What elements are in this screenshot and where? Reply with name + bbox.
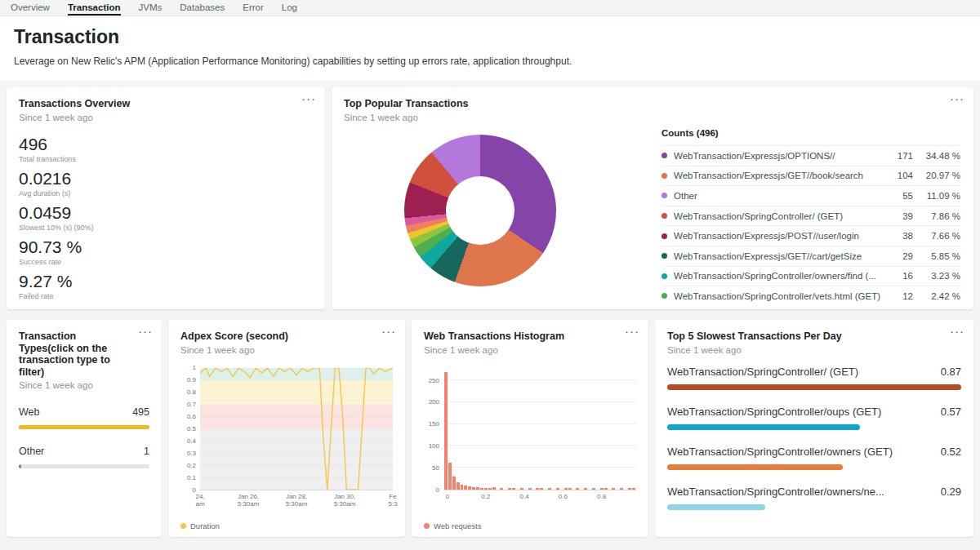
stat-label: Avg duration (s) xyxy=(19,189,313,197)
legend-pct: 20.97 % xyxy=(913,171,960,180)
histogram-x-axis: 00.20.40.60.8 xyxy=(443,493,636,511)
histogram-y-tick: 0 xyxy=(436,486,439,494)
histogram-bar xyxy=(461,485,464,489)
overview-stat: 0.0459Slowest 10% (s) (90%) xyxy=(19,203,313,232)
slowest-transaction-row[interactable]: WebTransaction/SpringController/ (GET)0.… xyxy=(667,366,961,390)
card-menu-icon[interactable]: ··· xyxy=(301,94,316,104)
histogram-bar xyxy=(540,488,543,489)
legend-row[interactable]: Other5511.09 % xyxy=(662,185,960,206)
card-title: Top Popular Transactions xyxy=(344,98,945,110)
stat-value: 0.0459 xyxy=(19,203,313,223)
histogram-bar xyxy=(448,463,452,490)
histogram-bar xyxy=(584,488,587,489)
tab-log[interactable]: Log xyxy=(282,0,297,16)
page-subtitle: Leverage on New Relic's APM (Application… xyxy=(14,55,966,67)
slowest-transaction-value: 0.57 xyxy=(941,406,961,418)
card-menu-icon[interactable]: ··· xyxy=(381,326,396,336)
card-title: Transaction Types(click on the transacti… xyxy=(19,330,133,378)
card-since: Since 1 week ago xyxy=(424,345,636,355)
tab-databases[interactable]: Databases xyxy=(180,0,225,16)
overview-stat: 9.27 %Failed rate xyxy=(19,272,313,300)
slowest-transaction-bar xyxy=(667,504,765,510)
histogram-y-tick: 150 xyxy=(429,420,439,428)
legend-count: 55 xyxy=(884,191,913,201)
transaction-type-row[interactable]: Web495 xyxy=(19,406,149,429)
duration-legend-label: Duration xyxy=(190,521,220,530)
legend-pct: 3.23 % xyxy=(913,271,960,281)
histogram-bar xyxy=(484,488,488,490)
legend-color-dot xyxy=(662,273,667,279)
histogram-legend[interactable]: Web requests xyxy=(424,521,481,530)
legend-row[interactable]: WebTransaction/Expressjs/GET//book/searc… xyxy=(662,166,960,186)
type-bar-fill xyxy=(19,464,21,468)
overview-stat: 496Total transactions xyxy=(19,135,313,163)
adpex-y-tick: 0.3 xyxy=(187,450,196,457)
stat-label: Slowest 10% (s) (90%) xyxy=(19,224,313,232)
histogram-bar xyxy=(476,487,479,489)
legend-row[interactable]: WebTransaction/Expressjs/POST//user/logi… xyxy=(662,225,960,246)
tab-jvms[interactable]: JVMs xyxy=(139,0,163,16)
card-web-transactions-histogram: Web Transactions Histogram Since 1 week … xyxy=(412,320,648,537)
page-title: Transaction xyxy=(14,26,966,48)
histogram-bar xyxy=(444,372,448,490)
transaction-type-row[interactable]: Other1 xyxy=(19,446,149,468)
legend-title: Counts (496) xyxy=(662,128,960,145)
histogram-bar xyxy=(576,488,579,489)
card-menu-icon[interactable]: ··· xyxy=(950,94,964,104)
histogram-x-tick: 0 xyxy=(445,493,448,501)
adpex-legend[interactable]: Duration xyxy=(180,521,220,530)
legend-count: 39 xyxy=(884,211,913,221)
histogram-y-tick: 50 xyxy=(432,464,439,472)
card-menu-icon[interactable]: ··· xyxy=(950,326,964,336)
legend-row[interactable]: WebTransaction/SpringController/vets.htm… xyxy=(662,286,960,306)
adpex-y-tick: 0.8 xyxy=(187,388,196,396)
type-count: 1 xyxy=(144,446,149,457)
histogram-bar xyxy=(536,488,539,489)
legend-color-dot xyxy=(662,253,667,259)
histogram-y-tick: 250 xyxy=(429,377,439,384)
legend-pct: 7.66 % xyxy=(913,231,960,241)
legend-transaction-name: WebTransaction/Expressjs/GET//book/searc… xyxy=(674,171,884,180)
legend-count: 29 xyxy=(884,251,913,261)
page-header: Transaction Leverage on New Relic's APM … xyxy=(0,16,980,81)
adpex-line-chart xyxy=(200,368,393,490)
card-title: Transactions Overview xyxy=(19,98,296,110)
legend-row[interactable]: WebTransaction/SpringController/ (GET)39… xyxy=(662,206,960,226)
slowest-transaction-name: WebTransaction/SpringController/oups (GE… xyxy=(667,406,891,418)
slowest-transaction-bar xyxy=(667,384,961,390)
card-menu-icon[interactable]: ··· xyxy=(138,326,153,336)
overview-stats: 496Total transactions0.0216Avg duration … xyxy=(19,135,313,300)
legend-row[interactable]: WebTransaction/Expressjs/OPTIONS//17134.… xyxy=(662,145,960,166)
tab-overview[interactable]: Overview xyxy=(11,0,50,16)
histogram-y-tick: 200 xyxy=(429,398,439,406)
legend-pct: 11.09 % xyxy=(913,191,960,201)
legend-transaction-name: Other xyxy=(674,191,884,201)
overview-stat: 0.0216Avg duration (s) xyxy=(19,169,313,197)
legend-color-dot xyxy=(662,233,667,239)
card-since: Since 1 week ago xyxy=(667,345,961,355)
histogram-bar xyxy=(632,488,635,489)
legend-row[interactable]: WebTransaction/SpringController/owners/f… xyxy=(662,266,960,286)
legend-row[interactable]: WebTransaction/Expressjs/GET//cart/getSi… xyxy=(662,246,960,266)
legend-rows: WebTransaction/Expressjs/OPTIONS//17134.… xyxy=(662,145,960,306)
legend-count: 38 xyxy=(884,231,913,241)
card-menu-icon[interactable]: ··· xyxy=(625,326,639,336)
tab-error[interactable]: Error xyxy=(243,0,264,16)
histogram-plot xyxy=(443,368,636,490)
adpex-y-tick: 0.7 xyxy=(187,401,196,408)
duration-legend-dot xyxy=(180,523,186,529)
histogram-bar xyxy=(568,488,572,490)
legend-transaction-name: WebTransaction/Expressjs/OPTIONS// xyxy=(674,151,884,161)
slowest-transaction-row[interactable]: WebTransaction/SpringController/oups (GE… xyxy=(667,406,961,430)
slowest-transaction-row[interactable]: WebTransaction/SpringController/owners (… xyxy=(667,446,961,470)
histogram-bar xyxy=(556,488,559,489)
tab-transaction[interactable]: Transaction xyxy=(68,0,121,16)
slowest-transaction-value: 0.87 xyxy=(941,366,961,378)
card-top-popular-transactions: Top Popular Transactions Since 1 week ag… xyxy=(332,87,973,309)
legend-color-dot xyxy=(662,153,667,158)
slowest-transaction-row[interactable]: WebTransaction/SpringController/owners/n… xyxy=(667,486,961,510)
histogram-bar xyxy=(508,488,511,489)
histogram-bar xyxy=(468,486,471,489)
adpex-plot xyxy=(200,368,393,490)
adpex-x-tick: Jan 30,5:30am xyxy=(334,493,356,508)
